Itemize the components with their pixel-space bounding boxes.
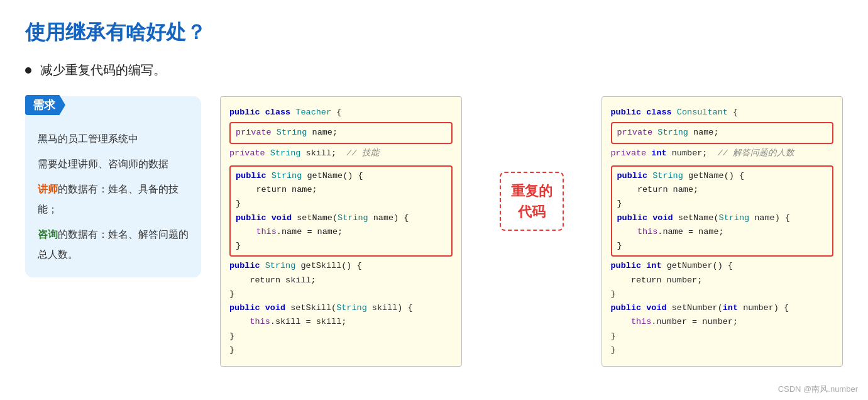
teacher-getname-open: public String getName() { (236, 169, 446, 183)
req-line-1: 黑马的员工管理系统中 (38, 129, 189, 149)
repeat-text-line2: 代码 (518, 204, 546, 219)
consultant-getset-highlight: public String getName() { return name; }… (611, 165, 834, 257)
content-area: 需求 黑马的员工管理系统中 需要处理讲师、咨询师的数据 讲师的数据有：姓名、具备… (25, 96, 843, 367)
req-line-2: 需要处理讲师、咨询师的数据 (38, 154, 189, 174)
consultant-getnum-close: } (611, 287, 834, 301)
consultant-setname-body: this.name = name; (617, 225, 828, 239)
consultant-getname-open: public String getName() { (617, 169, 828, 183)
teacher-setskill-open: public void setSkill(String skill) { (229, 301, 453, 315)
teacher-setskill-close: } (229, 330, 453, 343)
teacher-getskill-body: return skill; (229, 274, 453, 287)
teacher-footer: } (229, 343, 453, 357)
req-body: 黑马的员工管理系统中 需要处理讲师、咨询师的数据 讲师的数据有：姓名、具备的技能… (38, 129, 189, 265)
repeat-text-line1: 重复的 (511, 183, 552, 199)
req-tag-label: 需求 (25, 95, 65, 115)
req-line-4: 咨询的数据有：姓名、解答问题的总人数。 (38, 225, 189, 265)
consultant-code-panel: public class Consultant { private String… (602, 96, 843, 367)
code-panels: public class Teacher { private String na… (220, 96, 843, 367)
teacher-field2: private String skill; // 技能 (229, 147, 453, 160)
teacher-getname-close: } (236, 197, 446, 211)
consultant-getname-body: return name; (617, 183, 828, 197)
teacher-getskill-open: public String getSkill() { (229, 259, 453, 273)
teacher-setskill-body: this.skill = skill; (229, 315, 453, 329)
page-container: 使用继承有啥好处？ 减少重复代码的编写。 需求 黑马的员工管理系统中 需要处理讲… (0, 0, 868, 386)
repeat-label-area: 重复的 代码 (500, 172, 564, 231)
consultant-setname-close: } (617, 239, 828, 253)
teacher-getskill-close: } (229, 287, 453, 301)
consultant-getnum-body: return number; (611, 274, 834, 287)
bullet-item: 减少重复代码的编写。 (25, 62, 843, 79)
teacher-field1: private String name; (236, 126, 446, 140)
consultant-footer: } (611, 343, 834, 357)
teacher-code-panel: public class Teacher { private String na… (220, 96, 462, 367)
watermark: CSDN @南风.number (778, 384, 858, 395)
consultant-getname-close: } (617, 197, 828, 211)
req-line-3: 讲师的数据有：姓名、具备的技能； (38, 179, 189, 219)
teacher-getname-body: return name; (236, 183, 446, 197)
consultant-setnum-body: this.number = number; (611, 315, 834, 329)
repeat-box: 重复的 代码 (500, 172, 564, 231)
bullet-dot-icon (25, 67, 31, 74)
consultant-highlight: 咨询 (38, 229, 58, 240)
teacher-field1-highlight: private String name; (229, 122, 453, 143)
consultant-setname-open: public void setName(String name) { (617, 211, 828, 225)
consultant-setnum-open: public void setNumber(int number) { (611, 301, 834, 315)
teacher-setname-open: public void setName(String name) { (236, 211, 446, 225)
lecturer-highlight: 讲师 (38, 184, 58, 194)
page-title: 使用继承有啥好处？ (25, 19, 843, 47)
teacher-getset-highlight: public String getName() { return name; }… (229, 165, 453, 257)
consultant-header: public class Consultant { (611, 106, 834, 119)
teacher-setname-close: } (236, 239, 446, 253)
teacher-setname-body: this.name = name; (236, 225, 446, 239)
consultant-setnum-close: } (611, 330, 834, 343)
consultant-field1-highlight: private String name; (611, 122, 834, 143)
requirement-card: 需求 黑马的员工管理系统中 需要处理讲师、咨询师的数据 讲师的数据有：姓名、具备… (25, 96, 201, 277)
consultant-field2: private int number; // 解答问题的人数 (611, 147, 834, 160)
consultant-getnum-open: public int getNumber() { (611, 259, 834, 273)
consultant-field1: private String name; (617, 126, 828, 140)
bullet-text: 减少重复代码的编写。 (40, 62, 166, 79)
teacher-header: public class Teacher { (229, 106, 453, 119)
